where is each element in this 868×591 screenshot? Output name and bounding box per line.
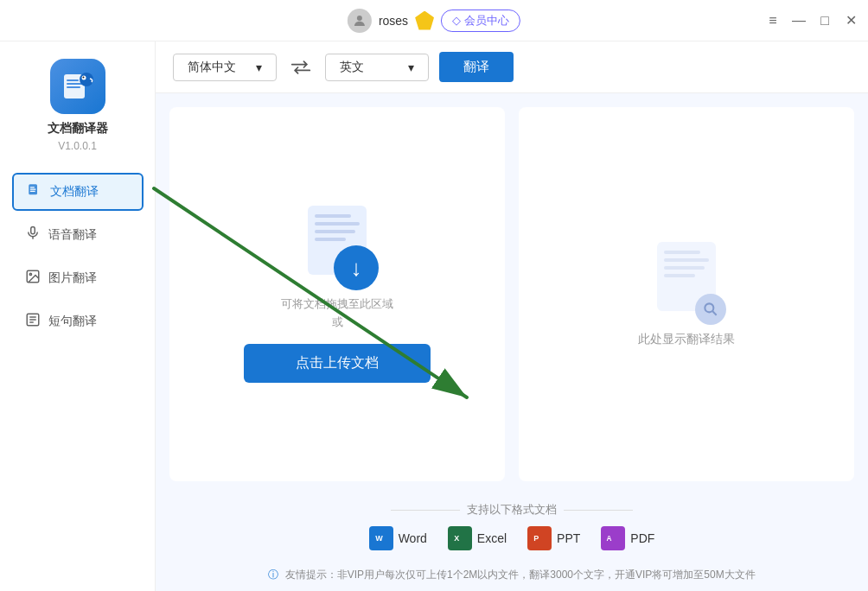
doc-line-4 bbox=[315, 238, 346, 241]
svg-point-0 bbox=[357, 16, 362, 21]
sentence-translate-icon bbox=[24, 312, 41, 332]
word-icon: W bbox=[369, 526, 393, 550]
formats-section: 支持以下格式文档 W Word X Excel P bbox=[156, 495, 868, 561]
svg-line-21 bbox=[712, 311, 717, 315]
svg-text:P: P bbox=[533, 534, 539, 543]
sidebar-item-voice-translate[interactable]: 语音翻译 bbox=[12, 216, 144, 254]
svg-point-15 bbox=[29, 273, 31, 275]
excel-label: Excel bbox=[477, 531, 507, 545]
pdf-icon: A bbox=[601, 526, 625, 550]
sidebar-item-image-translate[interactable]: 图片翻译 bbox=[12, 259, 144, 297]
result-line-3 bbox=[664, 266, 705, 270]
result-doc-icon bbox=[652, 242, 721, 320]
title-bar: roses ◇ 会员中心 ≡ — □ ✕ bbox=[0, 0, 868, 41]
format-excel: X Excel bbox=[448, 526, 507, 550]
upload-area[interactable]: ↓ 可将文档拖拽至此区域 或 点击上传文档 bbox=[227, 180, 448, 409]
svg-rect-12 bbox=[30, 226, 35, 233]
app-logo bbox=[50, 59, 105, 114]
window-controls: ≡ — □ ✕ bbox=[766, 14, 858, 28]
svg-rect-9 bbox=[29, 187, 34, 187]
svg-text:X: X bbox=[454, 534, 459, 543]
result-search-icon bbox=[695, 294, 726, 325]
sidebar-item-sentence-translate[interactable]: 短句翻译 bbox=[12, 302, 144, 340]
format-pdf: A PDF bbox=[601, 526, 654, 550]
user-info: roses ◇ 会员中心 bbox=[348, 9, 520, 33]
svg-rect-3 bbox=[67, 83, 82, 85]
app-name: 文档翻译器 bbox=[48, 121, 108, 137]
upload-button[interactable]: 点击上传文档 bbox=[244, 344, 431, 383]
swap-lang-button[interactable] bbox=[287, 54, 315, 81]
svg-rect-10 bbox=[29, 188, 35, 189]
ppt-label: PPT bbox=[557, 531, 580, 545]
vip-diamond-icon bbox=[415, 11, 434, 30]
image-translate-label: 图片翻译 bbox=[48, 270, 97, 286]
svg-rect-4 bbox=[67, 86, 80, 88]
content-area: 简体中文 ▾ 英文 ▾ 翻译 bbox=[156, 41, 868, 591]
excel-icon: X bbox=[448, 526, 472, 550]
app-version: V1.0.0.1 bbox=[58, 140, 97, 152]
upload-arrow-badge: ↓ bbox=[334, 245, 379, 290]
info-icon: ⓘ bbox=[268, 569, 278, 581]
upload-panel: ↓ 可将文档拖拽至此区域 或 点击上传文档 bbox=[169, 107, 505, 481]
ppt-icon: P bbox=[527, 526, 552, 550]
result-line-1 bbox=[664, 251, 700, 254]
result-panel: 此处显示翻译结果 bbox=[519, 107, 854, 481]
svg-rect-2 bbox=[67, 79, 79, 81]
formats-title: 支持以下格式文档 bbox=[169, 502, 854, 518]
svg-point-20 bbox=[705, 303, 713, 312]
svg-text:A: A bbox=[607, 535, 612, 543]
doc-line-2 bbox=[315, 222, 360, 226]
translate-button[interactable]: 翻译 bbox=[439, 52, 514, 82]
doc-line-3 bbox=[315, 230, 355, 233]
image-translate-icon bbox=[24, 269, 41, 289]
svg-text:W: W bbox=[375, 534, 383, 543]
result-line-2 bbox=[664, 258, 709, 262]
result-line-4 bbox=[664, 274, 695, 277]
voice-translate-icon bbox=[24, 226, 41, 245]
source-lang-select[interactable]: 简体中文 ▾ bbox=[173, 54, 277, 81]
svg-rect-11 bbox=[29, 190, 35, 191]
svg-point-7 bbox=[82, 77, 84, 79]
menu-icon[interactable]: ≡ bbox=[766, 14, 780, 28]
format-word: W Word bbox=[369, 526, 427, 550]
target-lang-dropdown-icon: ▾ bbox=[408, 60, 414, 74]
format-ppt: P PPT bbox=[527, 526, 580, 550]
upload-doc-icon: ↓ bbox=[303, 206, 372, 283]
toolbar: 简体中文 ▾ 英文 ▾ 翻译 bbox=[156, 41, 868, 93]
minimize-button[interactable]: — bbox=[792, 14, 806, 28]
drop-hint: 可将文档拖拽至此区域 或 bbox=[281, 296, 393, 332]
pdf-label: PDF bbox=[630, 531, 654, 545]
formats-list: W Word X Excel P PPT bbox=[169, 526, 854, 550]
sentence-translate-label: 短句翻译 bbox=[48, 314, 97, 329]
username: roses bbox=[379, 14, 408, 28]
avatar bbox=[348, 9, 372, 33]
doc-translate-icon bbox=[26, 182, 43, 202]
vip-check-icon: ◇ bbox=[452, 14, 461, 27]
footer-tip: ⓘ 友情提示：非VIP用户每次仅可上传1个2M以内文件，翻译3000个文字，开通… bbox=[156, 561, 868, 591]
target-lang-select[interactable]: 英文 ▾ bbox=[325, 54, 429, 81]
result-hint: 此处显示翻译结果 bbox=[638, 332, 735, 347]
close-button[interactable]: ✕ bbox=[844, 14, 858, 28]
source-lang-dropdown-icon: ▾ bbox=[256, 60, 262, 74]
main-layout: 文档翻译器 V1.0.0.1 文档翻译 语音翻译 图片翻译 短句翻译 bbox=[0, 41, 868, 591]
panels: ↓ 可将文档拖拽至此区域 或 点击上传文档 bbox=[156, 93, 868, 495]
sidebar-item-doc-translate[interactable]: 文档翻译 bbox=[12, 173, 144, 211]
voice-translate-label: 语音翻译 bbox=[48, 227, 97, 243]
vip-center-button[interactable]: ◇ 会员中心 bbox=[441, 10, 520, 32]
word-label: Word bbox=[399, 531, 427, 545]
maximize-button[interactable]: □ bbox=[818, 14, 832, 28]
doc-line-1 bbox=[315, 214, 351, 218]
doc-translate-label: 文档翻译 bbox=[50, 184, 99, 200]
sidebar: 文档翻译器 V1.0.0.1 文档翻译 语音翻译 图片翻译 短句翻译 bbox=[0, 41, 156, 591]
